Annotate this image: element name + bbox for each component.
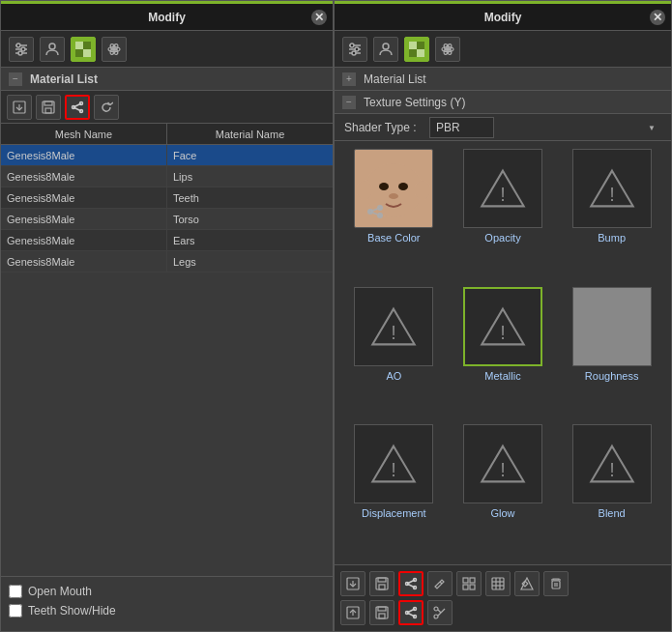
svg-rect-93 — [378, 607, 386, 611]
metallic-thumb: ! — [463, 287, 542, 366]
col-material-name: Material Name — [167, 124, 333, 144]
table-row[interactable]: Genesis8Male Face — [1, 145, 333, 166]
bt-btn2-share[interactable] — [398, 600, 424, 625]
right-top-toolbar — [335, 31, 671, 68]
right-close-button[interactable]: ✕ — [650, 10, 665, 25]
table-row[interactable]: Genesis8Male Lips — [1, 166, 333, 187]
svg-line-75 — [440, 582, 442, 584]
cell-mesh: Genesis8Male — [1, 145, 167, 165]
svg-rect-8 — [83, 49, 91, 57]
cell-material: Ears — [167, 230, 333, 250]
texture-item-blend[interactable]: ! Blend — [560, 424, 663, 557]
svg-text:!: ! — [500, 184, 506, 205]
material-toolbar — [1, 91, 333, 124]
svg-point-100 — [434, 615, 438, 618]
bt-btn-import[interactable] — [340, 571, 365, 596]
texture-item-ao[interactable]: ! AO — [342, 287, 446, 419]
texture-label-opacity: Opacity — [484, 232, 520, 244]
toolbar-icon-atom[interactable] — [102, 37, 127, 62]
svg-line-99 — [407, 613, 415, 617]
toolbar-icon-adjust[interactable] — [9, 37, 34, 62]
open-mouth-checkbox[interactable] — [9, 585, 22, 598]
mat-btn-share[interactable] — [65, 95, 90, 120]
blend-thumb: ! — [572, 424, 652, 503]
checkbox-teeth-show[interactable]: Teeth Show/Hide — [9, 604, 325, 618]
r-toolbar-icon-checkerboard[interactable] — [404, 37, 429, 62]
svg-point-29 — [355, 47, 359, 51]
left-close-button[interactable]: ✕ — [311, 10, 327, 25]
r-toolbar-icon-adjust[interactable] — [342, 37, 367, 62]
texture-label-bump: Bump — [598, 232, 626, 244]
bt-btn-grid[interactable] — [456, 571, 482, 596]
svg-point-42 — [415, 181, 430, 200]
svg-point-43 — [379, 183, 389, 190]
cell-material: Torso — [167, 209, 333, 229]
opacity-thumb: ! — [463, 149, 542, 228]
svg-rect-78 — [463, 585, 468, 589]
svg-text:!: ! — [609, 460, 615, 481]
left-panel-title: Modify — [148, 11, 186, 24]
collapse-texture-settings[interactable]: − — [342, 96, 356, 109]
left-top-toolbar — [1, 31, 333, 68]
table-row[interactable]: Genesis8Male Teeth — [1, 187, 333, 209]
right-material-list-label: Material List — [364, 72, 426, 86]
bt-btn-edit[interactable] — [427, 571, 453, 596]
svg-point-5 — [18, 51, 22, 55]
texture-item-bump[interactable]: ! Bump — [560, 149, 663, 281]
bt-btn-delete[interactable] — [543, 571, 569, 596]
r-toolbar-icon-atom[interactable] — [435, 37, 460, 62]
svg-line-74 — [407, 584, 415, 588]
table-row[interactable]: Genesis8Male Legs — [1, 251, 333, 273]
svg-text:!: ! — [392, 322, 397, 343]
shader-type-select[interactable]: PBR Principled Iray Uber — [429, 117, 494, 138]
table-row[interactable]: Genesis8Male Ears — [1, 230, 333, 251]
shader-type-label: Shader Type : — [344, 121, 422, 134]
teeth-show-checkbox[interactable] — [9, 604, 22, 618]
svg-rect-69 — [379, 585, 385, 589]
bt-btn-save[interactable] — [369, 571, 394, 596]
table-row[interactable]: Genesis8Male Torso — [1, 209, 333, 230]
svg-line-24 — [73, 107, 81, 111]
texture-item-base-color[interactable]: Base Color — [342, 149, 446, 281]
expand-material-list[interactable]: + — [342, 72, 356, 86]
bt-btn2-cut[interactable] — [427, 600, 453, 625]
svg-line-73 — [407, 580, 415, 584]
bt-btn-shape[interactable] — [514, 571, 540, 596]
toolbar-icon-checkerboard[interactable] — [71, 37, 96, 62]
roughness-thumb — [572, 287, 652, 366]
r-toolbar-icon-person[interactable] — [373, 37, 398, 62]
texture-label-glow: Glow — [490, 507, 514, 519]
open-mouth-label: Open Mouth — [28, 585, 92, 598]
texture-label-base-color: Base Color — [367, 232, 420, 244]
svg-rect-10 — [75, 49, 83, 57]
cell-mesh: Genesis8Male — [1, 251, 167, 272]
toolbar-icon-person[interactable] — [40, 37, 65, 62]
mat-btn-refresh[interactable] — [94, 95, 119, 120]
svg-rect-19 — [45, 108, 51, 113]
svg-rect-18 — [44, 101, 52, 105]
mat-btn-import[interactable] — [7, 95, 32, 120]
svg-point-4 — [21, 47, 25, 51]
texture-item-displacement[interactable]: ! Displacement — [342, 424, 446, 557]
cell-material: Face — [167, 145, 333, 165]
texture-item-opacity[interactable]: ! Opacity — [452, 149, 555, 281]
texture-item-glow[interactable]: ! Glow — [452, 424, 555, 557]
checkbox-open-mouth[interactable]: Open Mouth — [9, 585, 325, 598]
collapse-material-list[interactable]: − — [9, 72, 22, 86]
svg-point-28 — [350, 43, 354, 47]
svg-rect-68 — [378, 578, 386, 582]
texture-item-metallic[interactable]: ! Metallic — [452, 287, 555, 419]
bt-btn-share[interactable] — [398, 571, 424, 596]
bt-btn2-import[interactable] — [340, 600, 365, 625]
mat-btn-save[interactable] — [36, 95, 61, 120]
svg-rect-80 — [492, 578, 504, 589]
bt-btn2-save[interactable] — [369, 600, 394, 625]
svg-point-101 — [434, 607, 438, 611]
right-panel-title: Modify — [484, 11, 522, 24]
right-title-bar: Modify ✕ — [335, 4, 671, 31]
texture-label-displacement: Displacement — [362, 507, 426, 519]
svg-point-14 — [113, 47, 116, 50]
texture-item-roughness[interactable]: Roughness — [560, 287, 663, 419]
bt-btn-grid2[interactable] — [485, 571, 511, 596]
texture-label-roughness: Roughness — [585, 370, 639, 382]
